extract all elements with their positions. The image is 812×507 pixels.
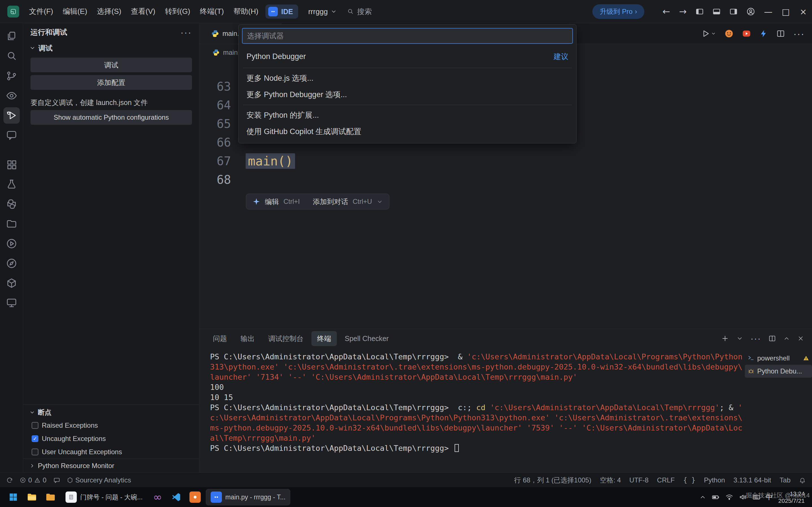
record-run-icon[interactable]	[742, 29, 751, 38]
compass-icon[interactable]	[3, 255, 20, 272]
terminal-item-python-debug[interactable]: Python Debu...	[745, 365, 812, 378]
ai-assistant-icon[interactable]	[724, 29, 734, 38]
checkbox-user-uncaught-exceptions[interactable]: ✓	[32, 449, 39, 455]
menu-help[interactable]: 帮助(H)	[229, 4, 263, 19]
account-icon[interactable]	[742, 7, 759, 16]
split-editor-icon[interactable]	[776, 30, 785, 38]
collapse-icon[interactable]	[376, 199, 383, 205]
menu-view[interactable]: 查看(V)	[126, 4, 160, 19]
menu-file[interactable]: 文件(F)	[24, 4, 58, 19]
upgrade-pro-button[interactable]: 升级到 Pro ›	[592, 4, 644, 19]
toggle-sidebar-right-icon[interactable]	[725, 7, 742, 16]
quickpick-item-more-node-options[interactable]: 更多 Node.js 选项...	[242, 70, 573, 87]
breakpoints-header[interactable]: 断点	[23, 406, 199, 418]
nav-forward-button[interactable]: →	[675, 6, 691, 17]
menu-terminal[interactable]: 终端(T)	[195, 4, 229, 19]
global-search[interactable]: 搜索	[347, 7, 372, 17]
quickpick-item-install-python-ext[interactable]: 安装 Python 的扩展...	[242, 107, 573, 123]
remote-monitor-icon[interactable]	[3, 295, 20, 311]
python-icon[interactable]	[3, 196, 20, 212]
breakpoint-row[interactable]: ✓ User Uncaught Exceptions	[23, 445, 199, 458]
checkbox-uncaught-exceptions[interactable]: ✓	[32, 435, 39, 442]
sidebar-more-actions-icon[interactable]: ···	[180, 27, 192, 38]
problems-indicator[interactable]: 0 0	[20, 476, 47, 484]
checkbox-raised-exceptions[interactable]: ✓	[32, 422, 39, 429]
window-close-button[interactable]: ×	[795, 0, 812, 23]
language-mode-icon[interactable]: { }	[683, 476, 695, 484]
window-maximize-button[interactable]: □	[777, 0, 795, 23]
explorer-icon[interactable]	[3, 28, 20, 45]
nav-back-button[interactable]: ←	[658, 6, 675, 17]
taskbar-window-active[interactable]: main.py - rrrggg - T...	[206, 489, 290, 505]
breakpoint-row[interactable]: ✓ Raised Exceptions	[23, 418, 199, 432]
close-panel-icon[interactable]	[797, 335, 804, 342]
visual-studio-button[interactable]: ∞	[149, 489, 166, 505]
add-config-button[interactable]: 添加配置	[31, 75, 192, 90]
quickpick-item-copilot-config[interactable]: 使用 GitHub Copilot 生成调试配置	[242, 123, 573, 140]
ide-badge[interactable]: IDE	[266, 4, 298, 19]
taskbar-window-1[interactable]: 门牌号 - 问题 - 大碗...	[61, 489, 147, 505]
encoding[interactable]: UTF-8	[629, 476, 648, 484]
eol-sequence[interactable]: CRLF	[657, 476, 675, 484]
quickpick-item-python-debugger[interactable]: Python Debugger 建议	[242, 47, 573, 66]
ai-chat-button[interactable]: 添加到对话	[313, 197, 348, 206]
toggle-panel-bottom-icon[interactable]	[708, 7, 725, 16]
tab-output[interactable]: 输出	[235, 331, 260, 346]
tab-size[interactable]: Tab	[779, 476, 791, 484]
debugger-search-input[interactable]	[242, 28, 573, 44]
run-python-file-button[interactable]	[701, 30, 716, 38]
breakpoint-row[interactable]: ✓ Uncaught Exceptions	[23, 432, 199, 445]
tray-clock[interactable]: 13:24 2025/7/21	[778, 490, 805, 504]
package-icon[interactable]	[3, 275, 20, 291]
terminal-output[interactable]: PS C:\Users\Administrator\AppData\Local\…	[199, 348, 745, 472]
new-terminal-icon[interactable]	[721, 335, 729, 342]
tray-chevron-up-icon[interactable]	[699, 494, 706, 501]
window-minimize-button[interactable]: —	[759, 0, 777, 23]
more-actions-icon[interactable]: ···	[793, 28, 805, 39]
sync-icon[interactable]	[6, 477, 13, 484]
volume-icon[interactable]	[739, 493, 747, 501]
toggle-sidebar-left-icon[interactable]	[691, 7, 708, 16]
python-interpreter[interactable]: 3.13.1 64-bit	[734, 476, 771, 484]
folder-icon[interactable]	[3, 216, 20, 232]
language-mode[interactable]: Python	[704, 476, 725, 484]
preview-eye-icon[interactable]	[3, 88, 20, 104]
indentation[interactable]: 空格: 4	[600, 476, 621, 485]
screenshot-app-button[interactable]	[187, 489, 204, 505]
vscode-button[interactable]	[168, 489, 184, 505]
tab-problems[interactable]: 问题	[207, 331, 233, 346]
debug-button[interactable]: 调试	[31, 58, 192, 72]
comments-icon[interactable]	[3, 127, 20, 144]
wifi-icon[interactable]	[725, 493, 733, 501]
folder-app-button[interactable]	[42, 489, 59, 505]
tab-spell-checker[interactable]: Spell Checker	[339, 332, 394, 345]
cursor-position[interactable]: 行 68，列 1 (已选择1005)	[514, 476, 591, 485]
test-beaker-icon[interactable]	[3, 176, 20, 192]
preview-flash-icon[interactable]	[759, 30, 768, 38]
feedback-icon[interactable]	[53, 477, 60, 484]
app-logo-icon[interactable]	[7, 6, 19, 17]
terminal-dropdown-icon[interactable]	[736, 335, 743, 342]
ime-indicator[interactable]: 中	[766, 493, 773, 502]
tab-terminal[interactable]: 终端	[311, 331, 337, 346]
python-resource-monitor-section[interactable]: Python Resource Monitor	[23, 458, 199, 472]
source-control-icon[interactable]	[3, 68, 20, 84]
sourcery-status[interactable]: Sourcery Analytics	[67, 476, 131, 484]
project-selector[interactable]: rrrggg	[308, 7, 337, 16]
ai-edit-button[interactable]: 编辑	[265, 197, 279, 206]
run-circle-icon[interactable]	[3, 235, 20, 252]
notifications-bell-icon[interactable]	[799, 477, 806, 484]
start-button[interactable]	[5, 489, 21, 505]
quickpick-item-more-python-options[interactable]: 更多 Python Debugger 选项...	[242, 87, 573, 103]
run-debug-icon[interactable]	[3, 107, 20, 124]
maximize-panel-icon[interactable]	[783, 335, 790, 342]
auto-python-config-button[interactable]: Show automatic Python configurations	[31, 110, 192, 125]
file-explorer-button[interactable]	[24, 489, 40, 505]
debug-section-header[interactable]: 调试	[23, 41, 199, 55]
split-terminal-icon[interactable]	[768, 335, 776, 342]
panel-more-icon[interactable]: ···	[750, 333, 761, 344]
keyboard-icon[interactable]	[752, 493, 760, 501]
battery-icon[interactable]	[712, 493, 720, 501]
terminal-item-powershell[interactable]: powershell	[745, 352, 812, 365]
tab-debug-console[interactable]: 调试控制台	[263, 331, 309, 346]
